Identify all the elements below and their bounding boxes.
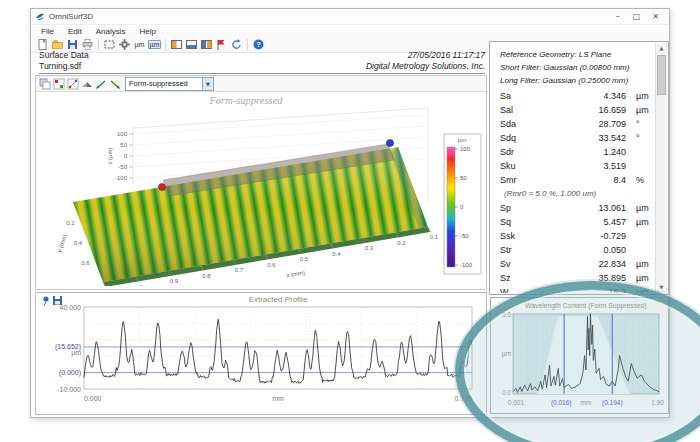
- wavelength-content-chart[interactable]: Wavelength Content (Form Suppressed)5.0µ…: [491, 298, 666, 411]
- surface-3d-plot[interactable]: 100500-50-100z (µm)0.20.40.6y (mm)1.110.…: [38, 92, 484, 286]
- axis-scale-icon[interactable]: [66, 77, 80, 90]
- flip-view-icon[interactable]: [80, 77, 94, 90]
- profile-end-marker[interactable]: [386, 139, 393, 146]
- filter-setting-line: Reference Geometry: LS Plane: [500, 48, 629, 61]
- scrollbar-thumb[interactable]: [657, 55, 666, 95]
- minimize-button[interactable]: –: [608, 10, 627, 23]
- wavelength-chart-title: Wavelength Content (Form Suppressed): [525, 302, 647, 310]
- menu-analysis[interactable]: Analysis: [89, 27, 133, 36]
- profile-start-marker[interactable]: [158, 183, 165, 190]
- chevron-down-icon[interactable]: ▼: [202, 78, 213, 90]
- parameter-unit: °: [626, 133, 640, 143]
- menu-file[interactable]: File: [34, 27, 61, 36]
- parameter-value: 35.895: [546, 273, 626, 283]
- parameter-name: Sq: [500, 217, 546, 227]
- surface-view-dropdown[interactable]: Form-suppressed▼: [125, 77, 214, 91]
- profile-chart-title: Extracted Profile: [249, 295, 308, 304]
- y-tick-label: 0.4: [74, 240, 83, 246]
- back-wall-gridline: [133, 126, 426, 145]
- parameter-value: 3.519: [546, 161, 626, 171]
- y-tick-label: 0.2: [66, 220, 75, 226]
- parameter-row-ssk[interactable]: Ssk-0.729: [490, 229, 655, 243]
- parameter-row-sv[interactable]: Sv22.834µm: [490, 257, 655, 271]
- datetime-label: 27/05/2016 11:17:17: [366, 50, 485, 61]
- parameter-name: W: [500, 287, 546, 293]
- scroll-down-icon[interactable]: ▼: [656, 282, 667, 293]
- parameter-row-sdr[interactable]: Sdr1.240: [490, 145, 655, 159]
- wl-x-label: (0.194): [602, 399, 623, 407]
- parameter-row-sq[interactable]: Sq5.457µm: [490, 215, 655, 229]
- wl-y-max-label: 5.0: [502, 311, 511, 318]
- parameter-name: Smr: [500, 175, 546, 185]
- x-tick-label: 0.1: [430, 234, 439, 240]
- parameter-row-sda[interactable]: Sda28.709°: [490, 117, 655, 131]
- wireframe-line: [133, 108, 428, 128]
- extracted-profile-panel: Extracted Profile40.000(15.652)µm(0.000)…: [35, 292, 487, 415]
- parameter-value: 1.240: [546, 147, 626, 157]
- menu-bar: FileEditAnalysisHelp: [31, 25, 669, 37]
- parameter-row-sp[interactable]: Sp13.061µm: [490, 201, 655, 215]
- x-tick-label: 0.4: [332, 251, 341, 257]
- colorbar-tick-label: 100: [460, 146, 471, 152]
- title-bar: OmniSurf3D – □ ✕: [31, 9, 669, 25]
- parameter-name: Sda: [500, 119, 546, 129]
- x-tick-label: 0.8: [202, 273, 211, 279]
- z-tick-label: -100: [115, 175, 128, 181]
- copy-view-icon[interactable]: [38, 77, 52, 90]
- maximize-button[interactable]: □: [627, 10, 646, 23]
- pin-icon[interactable]: [43, 296, 48, 305]
- file-name-label: Turning.sdf: [39, 61, 89, 72]
- menu-edit[interactable]: Edit: [61, 27, 89, 36]
- parameter-unit: µm: [626, 203, 649, 213]
- parameter-value: 8.4: [546, 175, 626, 185]
- profile-marker-icon[interactable]: [94, 77, 108, 90]
- parameter-name: Sa: [500, 91, 546, 101]
- parameter-row-smr[interactable]: Smr8.4%: [490, 173, 655, 187]
- filter-setting-line: Short Filter: Gaussian (0.00800 mm): [500, 61, 629, 74]
- window-controls: – □ ✕: [608, 10, 665, 23]
- parameter-name: Sku: [500, 161, 546, 171]
- parameter-value: 16.3: [546, 287, 626, 293]
- parameter-row-sdq[interactable]: Sdq33.542°: [490, 131, 655, 145]
- parameter-row-sz[interactable]: Sz35.895µm: [490, 271, 655, 285]
- parameter-row-sal[interactable]: Sal16.659µm: [490, 103, 655, 117]
- wl-y-min-label: 0.0: [502, 389, 511, 396]
- data-type-label: Surface Data: [39, 50, 89, 61]
- menu-help[interactable]: Help: [132, 27, 162, 36]
- parameter-unit: µm: [626, 273, 649, 283]
- scroll-up-icon[interactable]: ▲: [656, 43, 667, 54]
- colorbar-unit-label: µm: [458, 137, 466, 143]
- parameter-value: -0.729: [546, 231, 626, 241]
- profile-extract-icon[interactable]: [108, 77, 122, 90]
- z-tick-label: 0: [124, 153, 128, 159]
- parameter-name: Sal: [500, 105, 546, 115]
- parameter-row-w[interactable]: W16.3µm: [490, 285, 655, 293]
- parameter-row-sku[interactable]: Sku3.519: [490, 159, 655, 173]
- wl-x-label: mm: [581, 399, 592, 406]
- extracted-profile-chart[interactable]: Extracted Profile40.000(15.652)µm(0.000)…: [36, 293, 484, 412]
- surface-3d-panel: Form-suppressed▼ Form-suppressed 100500-…: [35, 75, 487, 290]
- x-tick-label: 0.5: [300, 256, 309, 262]
- toolbar-separator: [165, 39, 166, 50]
- profile-y-label: -10.000: [57, 386, 81, 393]
- z-tick-label: 50: [120, 142, 127, 148]
- profile-y-label: (0.000): [59, 369, 81, 377]
- profile-plot-area[interactable]: [84, 307, 472, 389]
- parameter-value: 16.659: [546, 105, 626, 115]
- profile-y-label: µm: [71, 349, 81, 357]
- profile-x-unit-label: mm: [272, 395, 284, 402]
- wl-x-label: 0.001: [508, 399, 525, 406]
- parameter-value: 33.542: [546, 133, 626, 143]
- colorbar-tick-label: 50: [460, 175, 467, 181]
- parameter-list: Sa4.346µmSal16.659µmSda28.709°Sdq33.542°…: [490, 89, 655, 293]
- parameter-note: (Rmr0 = 5.0 %, 1.000 um): [490, 187, 655, 201]
- parameter-row-str[interactable]: Str0.050: [490, 243, 655, 257]
- results-scrollbar[interactable]: ▲ ▼: [655, 43, 667, 293]
- parameter-name: Ssk: [500, 231, 546, 241]
- close-button[interactable]: ✕: [646, 10, 665, 23]
- z-tick-label: 100: [117, 131, 128, 137]
- z-axis-label: z (µm): [107, 147, 113, 164]
- x-tick-label: 0.2: [397, 240, 406, 246]
- parameter-row-sa[interactable]: Sa4.346µm: [490, 89, 655, 103]
- color-scale-icon[interactable]: [52, 77, 66, 90]
